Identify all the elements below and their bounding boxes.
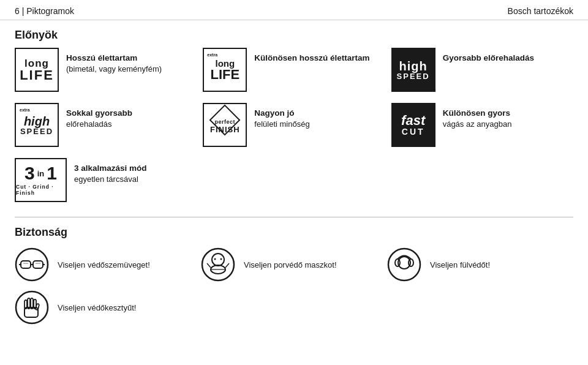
adv-item-3in1: 3 in 1 Cut · Grind · Finish 3 alkalmazás… xyxy=(15,158,197,202)
adv-text-sub-5: felületi minőség xyxy=(254,119,309,130)
adv-item-perfect-finish: perfect FINISH Nagyon jó felületi minősé… xyxy=(203,103,385,147)
adv-item-extra-high-speed: extra high SPEED Sokkal gyorsabb előreha… xyxy=(15,103,197,147)
adv-text-main-2: Különösen hosszú élettartam xyxy=(254,53,369,64)
safety-item-mask: Viseljen porvédő maszkot! xyxy=(201,247,387,282)
adv-item-high-speed: high SPEED Gyorsabb előrehaladás xyxy=(391,48,573,92)
adv-text-main-4: Sokkal gyorsabb xyxy=(66,108,132,119)
header-left: 6 | Piktogramok xyxy=(15,6,74,16)
3in1-icon: 3 in 1 Cut · Grind · Finish xyxy=(15,158,67,202)
page-header: 6 | Piktogramok Bosch tartozékok xyxy=(0,0,588,20)
safety-text-glove: Viseljen védőkesztyűt! xyxy=(58,303,136,312)
svg-rect-1 xyxy=(21,261,31,268)
svg-line-15 xyxy=(225,263,229,268)
high-speed-icon: high SPEED xyxy=(391,48,435,92)
adv-text-sub-7: egyetlen tárcsával xyxy=(74,174,147,185)
extra-long-life-icon: extra long LIFE xyxy=(203,48,247,92)
header-right: Bosch tartozékok xyxy=(508,6,573,16)
adv-text-main-6: Különösen gyors xyxy=(443,108,512,119)
adv-text-main-1: Hosszú élettartam xyxy=(66,53,162,64)
mask-icon xyxy=(201,247,235,282)
extra-high-speed-icon: extra high SPEED xyxy=(15,103,59,147)
fast-cut-icon: fast CUT xyxy=(391,103,435,147)
adv-text-sub-6: vágás az anyagban xyxy=(443,119,512,130)
adv-text-main-7: 3 alkalmazási mód xyxy=(74,163,147,174)
adv-text-sub-1: (bimetál, vagy keményfém) xyxy=(66,64,162,75)
safety-text-mask: Viseljen porvédő maszkot! xyxy=(244,260,337,269)
safety-text-goggles: Viseljen védőszemüveget! xyxy=(58,260,150,269)
safety-item-earmuff: Viseljen fülvédőt! xyxy=(387,247,573,282)
section-divider xyxy=(15,217,573,217)
safety-item-goggles: Viseljen védőszemüveget! xyxy=(15,247,201,282)
svg-point-13 xyxy=(221,258,222,260)
adv-item-long-life: long LIFE Hosszú élettartam (bimetál, va… xyxy=(15,48,197,92)
adv-text-main-5: Nagyon jó xyxy=(254,108,309,119)
safety-text-earmuff: Viseljen fülvédőt! xyxy=(430,260,490,269)
adv-text-main-3: Gyorsabb előrehaladás xyxy=(443,53,534,64)
adv-item-extra-long-life: extra long LIFE Különösen hosszú élettar… xyxy=(203,48,385,92)
advantages-title: Előnyök xyxy=(0,20,588,48)
earmuff-icon xyxy=(387,247,421,282)
safety-grid: Viseljen védőszemüveget! xyxy=(15,247,573,325)
long-life-icon: long LIFE xyxy=(15,48,59,92)
svg-point-12 xyxy=(214,258,216,260)
glove-icon xyxy=(15,290,49,325)
goggles-icon xyxy=(15,247,49,282)
svg-point-9 xyxy=(212,254,224,266)
safety-section: Biztonság Viseljen védőszemüveget! xyxy=(0,226,588,325)
advantages-grid: long LIFE Hosszú élettartam (bimetál, va… xyxy=(0,48,588,213)
safety-title: Biztonság xyxy=(15,226,573,239)
svg-line-14 xyxy=(207,263,211,268)
perfect-finish-icon: perfect FINISH xyxy=(203,103,247,147)
adv-text-sub-4: előrehaladás xyxy=(66,119,132,130)
svg-point-16 xyxy=(388,249,420,280)
adv-item-fast-cut: fast CUT Különösen gyors vágás az anyagb… xyxy=(391,103,573,147)
safety-item-glove: Viseljen védőkesztyűt! xyxy=(15,290,201,325)
svg-rect-2 xyxy=(33,261,43,268)
